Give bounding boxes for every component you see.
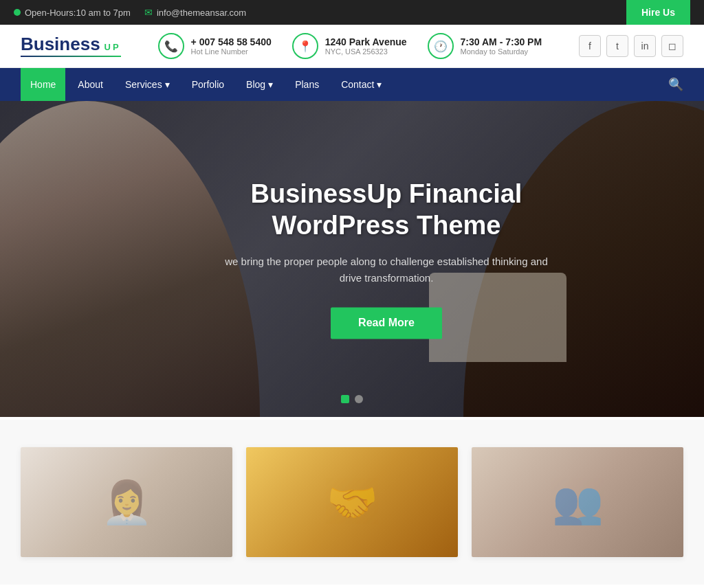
email-contact: ✉ info@themeansar.com <box>144 7 246 18</box>
phone-icon: 📞 <box>158 33 184 59</box>
nav-links: Home About Services ▾ Porfolio Blog ▾ Pl… <box>21 68 391 101</box>
hours-contact: 🕐 7:30 AM - 7:30 PM Monday to Saturday <box>428 33 542 59</box>
mail-icon: ✉ <box>144 7 153 18</box>
hero-title: BusinessUp Financial WordPress Theme <box>214 179 558 241</box>
hero-section: BusinessUp Financial WordPress Theme we … <box>0 101 704 417</box>
logo-up-text: UP <box>104 43 121 52</box>
nav-plans[interactable]: Plans <box>285 68 329 101</box>
card-image-1: 👩‍💼 <box>21 447 232 557</box>
hero-dot-active[interactable] <box>341 395 349 403</box>
chevron-down-icon: ▾ <box>165 79 170 90</box>
address-text: 1240 Park Avenue NYC, USA 256323 <box>325 36 407 56</box>
card-1: 👩‍💼 <box>21 447 232 557</box>
linkedin-icon[interactable]: in <box>634 35 656 57</box>
chevron-down-icon: ▾ <box>377 79 382 90</box>
top-bar: Open-Hours:10 am to 7pm ✉ info@themeansa… <box>0 0 704 25</box>
hero-cta-button[interactable]: Read More <box>331 308 442 339</box>
hero-dot-inactive[interactable] <box>355 395 363 403</box>
card-image-2: 🤝 <box>246 447 458 557</box>
header-contacts: 📞 + 007 548 58 5400 Hot Line Number 📍 12… <box>158 33 542 59</box>
phone-text: + 007 548 58 5400 Hot Line Number <box>191 36 272 56</box>
nav-blog[interactable]: Blog ▾ <box>236 68 283 101</box>
nav-services[interactable]: Services ▾ <box>116 68 179 101</box>
search-icon[interactable]: 🔍 <box>668 77 683 92</box>
main-navigation: Home About Services ▾ Porfolio Blog ▾ Pl… <box>0 68 704 101</box>
chevron-down-icon: ▾ <box>268 79 273 90</box>
open-indicator <box>14 9 21 16</box>
open-hours: Open-Hours:10 am to 7pm <box>14 8 131 18</box>
social-links: f t in ◻ <box>579 35 683 57</box>
location-icon: 📍 <box>292 33 318 59</box>
cards-section: 👩‍💼 🤝 👥 <box>0 420 704 585</box>
phone-contact: 📞 + 007 548 58 5400 Hot Line Number <box>158 33 272 59</box>
nav-portfolio[interactable]: Porfolio <box>182 68 234 101</box>
site-logo[interactable]: Business UP <box>21 35 121 57</box>
nav-contact[interactable]: Contact ▾ <box>331 68 391 101</box>
nav-home[interactable]: Home <box>21 68 65 101</box>
hero-dots <box>341 395 363 403</box>
hire-us-button[interactable]: Hire Us <box>626 0 690 25</box>
clock-icon: 🕐 <box>428 33 454 59</box>
twitter-icon[interactable]: t <box>606 35 628 57</box>
hero-subtitle: we bring the proper people along to chal… <box>214 254 558 287</box>
site-header: Business UP 📞 + 007 548 58 5400 Hot Line… <box>0 25 704 68</box>
card-2: 🤝 <box>246 447 458 557</box>
facebook-icon[interactable]: f <box>579 35 601 57</box>
nav-about[interactable]: About <box>68 68 113 101</box>
instagram-icon[interactable]: ◻ <box>661 35 683 57</box>
card-image-3: 👥 <box>472 447 683 557</box>
hero-content: BusinessUp Financial WordPress Theme we … <box>214 179 558 339</box>
logo-underline <box>21 56 121 57</box>
top-bar-left: Open-Hours:10 am to 7pm ✉ info@themeansa… <box>14 7 246 18</box>
hours-text: 7:30 AM - 7:30 PM Monday to Saturday <box>461 36 542 56</box>
logo-business-text: Business <box>21 35 100 53</box>
card-3: 👥 <box>472 447 683 557</box>
address-contact: 📍 1240 Park Avenue NYC, USA 256323 <box>292 33 407 59</box>
